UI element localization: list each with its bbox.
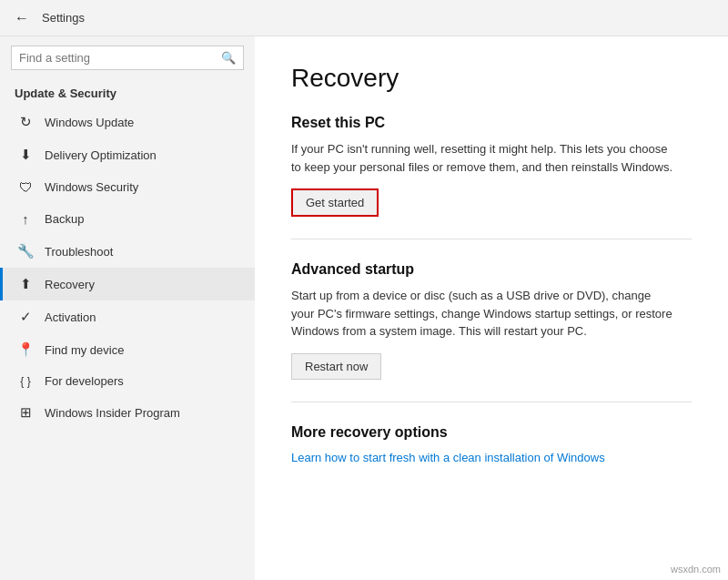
sidebar-item-label: Recovery [45,278,95,291]
content-area: Recovery Reset this PC If your PC isn't … [255,36,728,580]
advanced-startup-section: Advanced startup Start up from a device … [291,261,692,380]
more-options-title: More recovery options [291,424,692,441]
reset-pc-section: Reset this PC If your PC isn't running w… [291,115,692,217]
sidebar: 🔍 Update & Security ↻ Windows Update ⬇ D… [0,36,255,580]
windows-insider-icon: ⊞ [17,404,34,421]
sidebar-item-backup[interactable]: ↑ Backup [0,203,255,235]
find-my-device-icon: 📍 [17,341,34,358]
sidebar-item-for-developers[interactable]: { } For developers [0,366,255,396]
divider-1 [291,239,692,239]
sidebar-item-label: Delivery Optimization [45,148,157,162]
sidebar-item-recovery[interactable]: ⬆ Recovery [0,268,255,300]
title-bar-title: Settings [42,11,85,25]
backup-icon: ↑ [17,211,34,227]
search-icon: 🔍 [221,51,236,65]
back-button[interactable]: ← [11,6,33,30]
activation-icon: ✓ [17,309,34,325]
troubleshoot-icon: 🔧 [17,243,34,259]
recovery-icon: ⬆ [17,276,34,292]
delivery-optimization-icon: ⬇ [17,147,34,163]
watermark: wsxdn.com [671,564,721,575]
get-started-button[interactable]: Get started [291,188,379,217]
for-developers-icon: { } [17,375,34,388]
advanced-startup-title: Advanced startup [291,261,692,278]
sidebar-item-label: Troubleshoot [45,245,113,259]
sidebar-item-windows-insider[interactable]: ⊞ Windows Insider Program [0,396,255,429]
clean-install-link[interactable]: Learn how to start fresh with a clean in… [291,451,605,464]
page-title: Recovery [291,64,692,93]
sidebar-item-label: Backup [45,212,84,226]
sidebar-item-label: Windows Update [45,116,134,129]
sidebar-item-windows-update[interactable]: ↻ Windows Update [0,106,255,138]
sidebar-item-windows-security[interactable]: 🛡 Windows Security [0,171,255,203]
search-box[interactable]: 🔍 [11,46,244,70]
divider-2 [291,402,692,402]
windows-security-icon: 🛡 [17,179,34,195]
advanced-startup-desc: Start up from a device or disc (such as … [291,287,673,341]
reset-pc-title: Reset this PC [291,115,692,131]
sidebar-item-label: Find my device [45,343,124,357]
sidebar-item-label: Activation [45,310,96,324]
restart-now-button[interactable]: Restart now [291,353,381,380]
title-bar: ← Settings [0,0,728,36]
sidebar-item-label: For developers [45,374,124,388]
sidebar-section-title: Update & Security [0,79,255,106]
sidebar-item-delivery-optimization[interactable]: ⬇ Delivery Optimization [0,138,255,171]
more-options-section: More recovery options Learn how to start… [291,424,692,464]
main-layout: 🔍 Update & Security ↻ Windows Update ⬇ D… [0,36,728,580]
sidebar-item-label: Windows Insider Program [45,406,180,420]
sidebar-item-troubleshoot[interactable]: 🔧 Troubleshoot [0,235,255,268]
sidebar-item-activation[interactable]: ✓ Activation [0,300,255,333]
reset-pc-desc: If your PC isn't running well, resetting… [291,140,673,176]
search-input[interactable] [19,51,216,65]
windows-update-icon: ↻ [17,114,34,130]
sidebar-item-find-my-device[interactable]: 📍 Find my device [0,333,255,366]
sidebar-item-label: Windows Security [45,180,138,194]
